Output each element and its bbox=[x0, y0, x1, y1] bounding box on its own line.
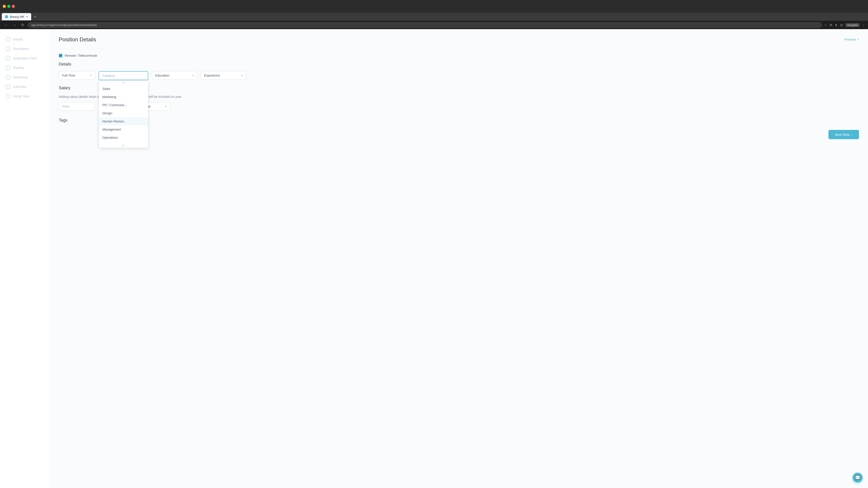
sidebar-label-pipeline: Pipeline bbox=[13, 66, 24, 70]
url-bar[interactable]: app.breezy.hr/app/c/moodjoy/positions/ne… bbox=[28, 22, 822, 28]
dropdown-item-design[interactable]: Design bbox=[99, 109, 148, 117]
next-step-label: Next Step bbox=[835, 133, 850, 136]
remote-label: Remote / Telecommute bbox=[65, 54, 97, 57]
active-tab[interactable]: Breezy HR ✕ bbox=[2, 13, 31, 20]
preview-label: Preview bbox=[844, 38, 856, 41]
sidebar-icon-pipeline: 4 bbox=[5, 65, 10, 70]
scroll-down-indicator: ▼ bbox=[99, 143, 148, 148]
sidebar-item-description[interactable]: 2 Description bbox=[0, 44, 50, 54]
bookmark-icon[interactable]: ☆ bbox=[824, 23, 827, 27]
next-step-arrow-icon: › bbox=[851, 133, 852, 136]
minimize-button[interactable] bbox=[3, 5, 6, 8]
sidebar-icon-hiring-team: 7 bbox=[5, 94, 10, 99]
incognito-badge: Incognito bbox=[846, 23, 860, 27]
back-button[interactable]: ← bbox=[3, 23, 9, 28]
footer-actions: Next Step › bbox=[59, 130, 859, 139]
maximize-button[interactable] bbox=[7, 5, 10, 8]
job-type-value: Full-Time bbox=[62, 74, 75, 77]
sidebar-icon-description: 2 bbox=[5, 46, 10, 51]
salary-from-input[interactable] bbox=[59, 102, 95, 111]
sidebar-icon-details: 1 bbox=[5, 37, 10, 42]
dropdown-item-management[interactable]: Management bbox=[99, 125, 148, 133]
remote-checkbox[interactable] bbox=[59, 54, 62, 57]
sidebar-item-advertise[interactable]: 6 Advertise bbox=[0, 82, 50, 92]
next-step-button[interactable]: Next Step › bbox=[829, 130, 859, 139]
preview-link[interactable]: Preview ↗ bbox=[844, 38, 859, 41]
category-input-wrapper: ▲ Sales Marketing PR / Communic... Desig… bbox=[98, 71, 148, 80]
url-text: app.breezy.hr/app/c/moodjoy/positions/ne… bbox=[31, 23, 97, 27]
window-controls bbox=[3, 5, 15, 8]
salary-section: Salary Adding salary details helps in ca… bbox=[59, 86, 859, 111]
sidebar: 1 Details 2 Description 3 Application Fo… bbox=[0, 29, 50, 488]
education-placeholder: Education bbox=[155, 74, 169, 77]
salary-description: Adding salary details helps in careers s… bbox=[59, 95, 859, 98]
sidebar-item-details[interactable]: 1 Details bbox=[0, 35, 50, 44]
tab-close-icon[interactable]: ✕ bbox=[26, 15, 28, 18]
remote-checkbox-row: Remote / Telecommute bbox=[59, 54, 859, 57]
dropdown-scroll: Sales Marketing PR / Communic... Design … bbox=[99, 85, 148, 143]
sidebar-label-screening: Screening bbox=[13, 75, 27, 79]
new-tab-button[interactable]: + bbox=[32, 14, 38, 19]
sidebar-item-pipeline[interactable]: 4 Pipeline bbox=[0, 63, 50, 72]
sidebar-item-hiring-team[interactable]: 7 Hiring Team bbox=[0, 92, 50, 101]
details-row: Full-Time ▾ ▲ Sales Marketing PR / Commu… bbox=[59, 71, 859, 80]
dropdown-item-pr[interactable]: PR / Communic... bbox=[99, 101, 148, 109]
experience-placeholder: Experience bbox=[204, 74, 220, 77]
sidebar-icon-screening: 5 bbox=[5, 75, 10, 80]
main-content: Position Details Preview ↗ Remote / Tele… bbox=[50, 29, 868, 488]
category-input[interactable] bbox=[98, 71, 148, 80]
sidebar-label-details: Details bbox=[13, 37, 23, 41]
sidebar-item-screening[interactable]: 5 Screening bbox=[0, 72, 50, 82]
dropdown-item-human-resources[interactable]: Human Resour... bbox=[99, 117, 148, 125]
app-layout: 1 Details 2 Description 3 Application Fo… bbox=[0, 29, 868, 488]
sidebar-item-application-form[interactable]: 3 Application Form bbox=[0, 54, 50, 63]
address-icons: ☆ ⧉ ⬇ ⊟ Incognito ⋮ bbox=[824, 23, 865, 27]
page-header: Position Details Preview ↗ bbox=[59, 36, 859, 43]
sidebar-icon-application-form: 3 bbox=[5, 56, 10, 61]
chat-icon: 💬 bbox=[855, 475, 861, 480]
reload-button[interactable]: ↻ bbox=[20, 22, 26, 28]
job-type-select[interactable]: Full-Time ▾ bbox=[59, 71, 95, 80]
education-select[interactable]: Education ▾ bbox=[152, 71, 197, 80]
sidebar-label-hiring-team: Hiring Team bbox=[13, 94, 30, 98]
education-chevron-icon: ▾ bbox=[192, 74, 194, 77]
dropdown-item-operations[interactable]: Operations bbox=[99, 133, 148, 142]
chat-widget[interactable]: 💬 bbox=[852, 473, 863, 483]
category-dropdown: ▲ Sales Marketing PR / Communic... Desig… bbox=[98, 80, 148, 148]
dropdown-item-other[interactable]: Other bbox=[99, 142, 148, 143]
tags-section: Tags bbox=[59, 118, 859, 123]
sidebar-label-advertise: Advertise bbox=[13, 85, 26, 89]
address-bar: ← → ↻ app.breezy.hr/app/c/moodjoy/positi… bbox=[0, 21, 868, 29]
download-icon[interactable]: ⬇ bbox=[835, 23, 837, 27]
experience-chevron-icon: ▾ bbox=[241, 74, 243, 77]
dropdown-item-sales[interactable]: Sales bbox=[99, 85, 148, 93]
extensions-icon[interactable]: ⧉ bbox=[830, 23, 832, 27]
menu-icon[interactable]: ⋮ bbox=[862, 23, 865, 27]
layout-icon[interactable]: ⊟ bbox=[840, 23, 843, 27]
external-link-icon: ↗ bbox=[857, 38, 859, 41]
tab-bar: Breezy HR ✕ + bbox=[0, 13, 868, 21]
page-title: Position Details bbox=[59, 36, 96, 43]
sidebar-icon-advertise: 6 bbox=[5, 84, 10, 89]
sidebar-label-application-form: Application Form bbox=[13, 57, 37, 60]
browser-chrome bbox=[0, 0, 868, 13]
details-section-title: Details bbox=[59, 62, 859, 67]
salary-currency-chevron-icon: ▾ bbox=[165, 105, 166, 108]
tags-section-title: Tags bbox=[59, 118, 859, 123]
tab-title: Breezy HR bbox=[10, 15, 24, 19]
tab-favicon bbox=[5, 15, 8, 18]
forward-button[interactable]: → bbox=[11, 23, 18, 28]
salary-section-title: Salary bbox=[59, 86, 859, 90]
scroll-up-indicator: ▲ bbox=[99, 80, 148, 85]
sidebar-label-description: Description bbox=[13, 47, 29, 51]
experience-select[interactable]: Experience ▾ bbox=[201, 71, 246, 80]
job-type-chevron-icon: ▾ bbox=[90, 74, 92, 77]
close-button[interactable] bbox=[12, 5, 15, 8]
dropdown-item-marketing[interactable]: Marketing bbox=[99, 93, 148, 101]
salary-row: Yearly ▾ US Dollar ▾ bbox=[59, 102, 859, 111]
